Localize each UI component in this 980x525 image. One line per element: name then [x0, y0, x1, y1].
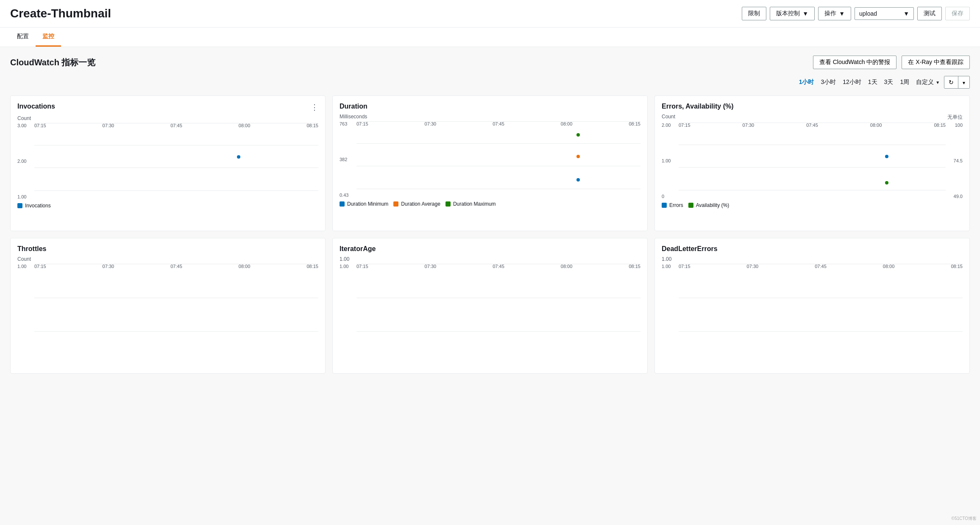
- header-actions: 限制 版本控制 ▼ 操作 ▼ upload ▼ 测试 保存: [742, 7, 970, 20]
- errors-chart: Errors, Availability (%) Count 无单位 2.00 …: [654, 95, 970, 231]
- throttles-plot: [34, 264, 318, 332]
- charts-grid: Invocations ⋮ Count 3.00 2.00 1.00: [10, 95, 970, 374]
- iterator-age-chart-area: 1.00 07:15 07:30 07:45 08:00 08:15: [340, 264, 640, 340]
- iterator-age-y-labels: 1.00: [340, 264, 356, 340]
- errors-chart-header: Errors, Availability (%): [662, 103, 963, 110]
- refresh-dropdown-button[interactable]: ▼: [958, 76, 969, 88]
- test-button[interactable]: 测试: [917, 7, 942, 20]
- errors-legend: Errors Availability (%): [662, 202, 963, 208]
- iterator-age-unit: 1.00: [340, 256, 640, 262]
- duration-unit: Milliseconds: [340, 114, 640, 120]
- duration-chart: Duration Milliseconds 763 382 0.43: [332, 95, 648, 231]
- legend-availability: Availability (%): [688, 202, 729, 208]
- legend-duration-avg-color: [393, 201, 398, 207]
- dead-letter-title: DeadLetterErrors: [662, 245, 718, 253]
- legend-duration-max-color: [445, 201, 451, 207]
- refresh-button[interactable]: ↻: [944, 76, 958, 88]
- invocations-chart-area: 3.00 2.00 1.00 07:15 07:30 07:45 08:00: [17, 123, 318, 199]
- legend-duration-min-color: [340, 201, 345, 207]
- legend-errors: Errors: [662, 202, 683, 208]
- legend-invocations-color: [17, 203, 22, 208]
- invocations-dot: [237, 155, 240, 159]
- throttles-title: Throttles: [17, 245, 46, 253]
- legend-invocations: Invocations: [17, 203, 51, 209]
- duration-chart-header: Duration: [340, 103, 640, 110]
- metrics-actions: 查看 CloudWatch 中的警报 在 X-Ray 中查看跟踪: [813, 56, 970, 69]
- errors-chart-area: 2.00 1.00 0 100 74.5 49.0: [662, 123, 963, 199]
- chevron-down-icon: ▼: [839, 10, 845, 17]
- iterator-age-chart-header: IteratorAge: [340, 245, 640, 253]
- availability-dot: [885, 181, 888, 184]
- iterator-age-title: IteratorAge: [340, 245, 376, 253]
- throttles-chart-header: Throttles: [17, 245, 318, 253]
- main-content: CloudWatch 指标一览 查看 CloudWatch 中的警报 在 X-R…: [0, 47, 980, 382]
- invocations-title: Invocations: [17, 103, 55, 110]
- limit-button[interactable]: 限制: [742, 7, 766, 20]
- iterator-age-chart: IteratorAge 1.00 1.00 07:15 07:30 07:45 …: [332, 238, 648, 374]
- errors-dot: [885, 155, 888, 158]
- page-title: Create-Thumbnail: [10, 7, 111, 20]
- time-custom[interactable]: 自定义 ▼: [913, 77, 942, 88]
- cloudwatch-alerts-button[interactable]: 查看 CloudWatch 中的警报: [813, 56, 897, 69]
- tab-config[interactable]: 配置: [10, 28, 36, 47]
- qualifier-select[interactable]: upload ▼: [855, 7, 914, 20]
- throttles-chart-area: 1.00 07:15 07:30 07:45 08:00 08:15: [17, 264, 318, 340]
- duration-chart-area: 763 382 0.43 07:15 07:30: [340, 121, 640, 198]
- invocations-y-labels: 3.00 2.00 1.00: [17, 123, 34, 199]
- time-3d[interactable]: 3天: [882, 77, 896, 88]
- invocations-unit: Count: [17, 115, 318, 121]
- chevron-down-icon: ▼: [962, 81, 966, 85]
- errors-y-labels-right: 100 74.5 49.0: [946, 123, 963, 199]
- dead-letter-plot: [679, 264, 963, 332]
- chevron-down-icon: ▼: [903, 10, 909, 17]
- refresh-icon: ↻: [949, 79, 954, 86]
- duration-legend: Duration Minimum Duration Average Durati…: [340, 201, 640, 207]
- tabs-bar: 配置 监控: [0, 28, 980, 47]
- invocations-chart-header: Invocations ⋮: [17, 103, 318, 112]
- refresh-group: ↻ ▼: [944, 76, 970, 89]
- tab-monitor[interactable]: 监控: [36, 28, 61, 47]
- time-3h[interactable]: 3小时: [818, 77, 838, 88]
- legend-duration-min: Duration Minimum: [340, 201, 388, 207]
- chevron-down-icon: ▼: [935, 80, 940, 85]
- invocations-plot: [34, 123, 318, 191]
- legend-duration-avg: Duration Average: [393, 201, 440, 207]
- throttles-chart: Throttles Count 1.00 07:15 07:30 07:45 0…: [10, 238, 326, 374]
- chevron-down-icon: ▼: [802, 10, 808, 17]
- time-1w[interactable]: 1周: [897, 77, 912, 88]
- invocations-chart: Invocations ⋮ Count 3.00 2.00 1.00: [10, 95, 326, 231]
- duration-y-labels: 763 382 0.43: [340, 121, 356, 198]
- errors-y-labels-left: 2.00 1.00 0: [662, 123, 679, 199]
- version-control-button[interactable]: 版本控制 ▼: [770, 7, 815, 20]
- invocations-legend: Invocations: [17, 203, 318, 209]
- dead-letter-chart: DeadLetterErrors 1.00 1.00 07:15 07:30 0…: [654, 238, 970, 374]
- save-button[interactable]: 保存: [945, 7, 970, 20]
- legend-availability-color: [688, 203, 693, 208]
- operations-button[interactable]: 操作 ▼: [818, 7, 851, 20]
- throttles-y-labels: 1.00: [17, 264, 34, 340]
- legend-errors-color: [662, 203, 667, 208]
- metrics-title: CloudWatch 指标一览: [10, 57, 95, 68]
- iterator-age-plot: [356, 264, 640, 332]
- errors-plot: [679, 123, 946, 190]
- time-1h[interactable]: 1小时: [796, 77, 817, 88]
- time-1d[interactable]: 1天: [866, 77, 880, 88]
- throttles-unit: Count: [17, 256, 318, 262]
- dead-letter-chart-header: DeadLetterErrors: [662, 245, 963, 253]
- metrics-header: CloudWatch 指标一览 查看 CloudWatch 中的警报 在 X-R…: [10, 56, 970, 69]
- duration-min-dot: [576, 178, 580, 182]
- dead-letter-y-labels: 1.00: [662, 264, 679, 340]
- time-12h[interactable]: 12小时: [840, 77, 864, 88]
- duration-max-dot: [576, 133, 580, 137]
- invocations-menu-icon[interactable]: ⋮: [311, 103, 318, 112]
- errors-unit: Count 无单位: [662, 114, 963, 121]
- duration-avg-dot: [576, 155, 580, 158]
- xray-trace-button[interactable]: 在 X-Ray 中查看跟踪: [902, 56, 970, 69]
- dead-letter-chart-area: 1.00 07:15 07:30 07:45 08:00 08:15: [662, 264, 963, 340]
- page-header: Create-Thumbnail 限制 版本控制 ▼ 操作 ▼ upload ▼…: [0, 0, 980, 28]
- errors-title: Errors, Availability (%): [662, 103, 734, 110]
- time-range-bar: 1小时 3小时 12小时 1天 3天 1周 自定义 ▼ ↻ ▼: [10, 76, 970, 89]
- dead-letter-unit: 1.00: [662, 256, 963, 262]
- legend-duration-max: Duration Maximum: [445, 201, 496, 207]
- duration-plot: [356, 121, 640, 189]
